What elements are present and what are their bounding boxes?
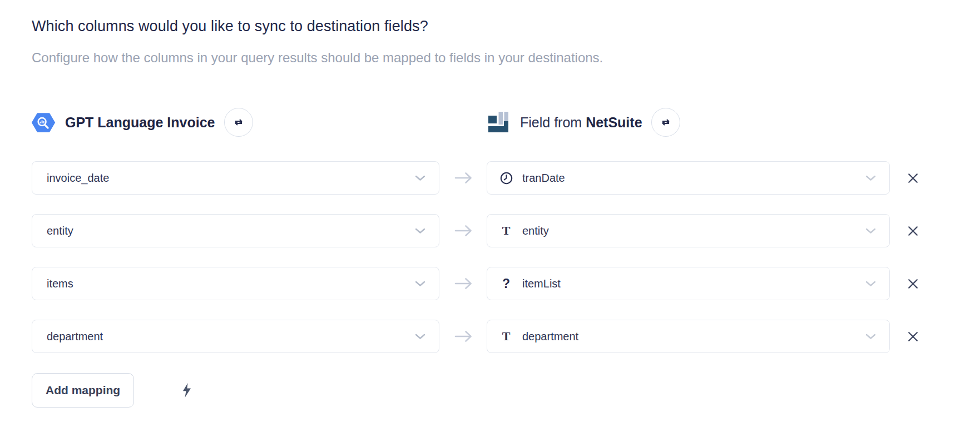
mapping-row: invoice_date tranDate [32,161,980,195]
remove-mapping-button[interactable] [906,224,920,238]
destination-field-value: tranDate [522,172,565,185]
source-column-label: GPT Language Invoice [65,115,215,131]
swap-icon [232,116,245,128]
close-icon [906,277,920,291]
destination-field-select[interactable]: T department [487,320,890,353]
close-icon [906,171,920,185]
swap-destination-column-button[interactable] [651,108,680,137]
swap-source-column-button[interactable] [224,108,253,137]
chevron-down-icon [865,175,876,181]
destination-field-value: itemList [522,277,561,290]
destination-field-select[interactable]: T entity [487,214,890,247]
arrow-right-icon [439,329,487,344]
destination-field-select[interactable]: ? itemList [487,267,890,300]
netsuite-icon [487,111,510,133]
chevron-down-icon [865,334,876,340]
text-type-icon: T [498,330,514,342]
mapping-row: entity T entity [32,214,980,247]
chevron-down-icon [865,281,876,287]
remove-mapping-button[interactable] [906,171,920,185]
chevron-down-icon [865,228,876,234]
source-field-value: items [47,277,73,290]
chevron-down-icon [415,334,425,340]
close-icon [906,224,920,238]
text-type-icon: T [498,225,514,237]
add-mapping-button[interactable]: Add mapping [32,373,134,408]
source-field-select[interactable]: entity [32,214,439,247]
page-subtitle: Configure how the columns in your query … [32,49,980,67]
arrow-right-icon [439,171,487,185]
chevron-down-icon [415,228,425,234]
clock-icon [498,171,514,185]
destination-field-select[interactable]: tranDate [487,161,890,195]
mapping-row: items ? itemList [32,267,980,300]
source-field-value: department [47,330,103,343]
mapping-rows: invoice_date tranDate [32,161,980,353]
column-headers: GPT Language Invoice [32,107,980,138]
lightning-icon[interactable] [182,383,192,398]
destination-field-value: department [522,330,578,343]
chevron-down-icon [415,281,425,287]
field-mapping-panel: Which columns would you like to sync to … [0,0,980,408]
mapping-footer: Add mapping [32,373,980,408]
unknown-type-icon: ? [498,277,514,290]
source-column-header: GPT Language Invoice [32,108,487,137]
source-field-value: invoice_date [47,172,109,185]
source-field-value: entity [47,225,73,237]
destination-field-value: entity [522,225,549,237]
bigquery-icon [32,112,55,133]
source-field-select[interactable]: items [32,267,439,300]
page-title: Which columns would you like to sync to … [32,16,980,36]
remove-mapping-button[interactable] [906,330,920,344]
arrow-right-icon [439,224,487,238]
destination-name: NetSuite [586,115,642,130]
destination-column-label: Field fromNetSuite [520,115,642,131]
destination-column-header: Field fromNetSuite [487,108,680,137]
swap-icon [660,116,672,128]
arrow-right-icon [439,276,487,291]
chevron-down-icon [415,175,425,181]
source-field-select[interactable]: invoice_date [32,161,439,195]
remove-mapping-button[interactable] [906,277,920,291]
close-icon [906,330,920,344]
mapping-row: department T department [32,320,980,353]
source-field-select[interactable]: department [32,320,439,353]
